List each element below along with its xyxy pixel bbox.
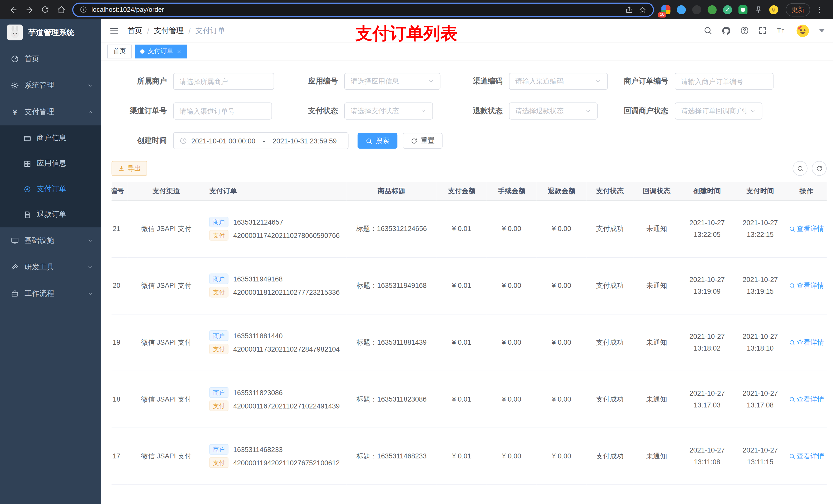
tab-pay-order[interactable]: 支付订单 (135, 44, 187, 58)
search-icon (789, 339, 795, 345)
extension-icon[interactable]: 10 (661, 5, 670, 14)
sidebar-item-infra[interactable]: 基础设施 (0, 227, 101, 254)
star-icon (639, 6, 646, 14)
channel-order-no-field[interactable] (180, 107, 266, 115)
col-header-notify: 回调状态 (633, 182, 680, 200)
profile-avatar-icon[interactable] (769, 5, 778, 14)
font-size-button[interactable]: TT (776, 26, 786, 35)
breadcrumb-payment[interactable]: 支付管理 (154, 26, 184, 35)
sidebar-item-label: 支付订单 (37, 184, 94, 194)
pay-order-cell: 商户1635312124657 支付4200001174202110278060… (205, 200, 347, 257)
browser-reload-button[interactable] (37, 2, 53, 18)
sidebar-item-pay-order[interactable]: 支付订单 (0, 176, 101, 202)
pay-order-cell: 商户1635311415786 (205, 484, 347, 504)
search-button[interactable]: 搜索 (358, 133, 398, 149)
sidebar-item-refund-order[interactable]: 退款订单 (0, 202, 101, 227)
extension-icon[interactable] (677, 5, 686, 14)
merchant-input[interactable] (173, 73, 274, 90)
channel-order-no-input[interactable] (173, 102, 272, 119)
merchant-order-no: 1635311949168 (233, 275, 283, 283)
tab-home[interactable]: 首页 (107, 44, 132, 58)
sidebar-item-home[interactable]: 首页 (0, 46, 101, 72)
extension-icon[interactable] (708, 5, 717, 14)
sidebar-item-system[interactable]: 系统管理 (0, 72, 101, 99)
site-info-icon[interactable] (80, 6, 87, 13)
pay-order-cell: 商户1635311881440 支付4200001173202110272847… (205, 314, 347, 371)
reset-button[interactable]: 重置 (403, 133, 443, 149)
chevron-down-icon (585, 108, 591, 114)
share-button[interactable] (625, 6, 633, 14)
sidebar-item-payment[interactable]: ¥ 支付管理 (0, 99, 101, 125)
view-detail-link[interactable]: 查看详情 (789, 338, 824, 347)
download-icon (118, 165, 125, 172)
browser-update-button[interactable]: 更新 (786, 3, 810, 16)
extension-icon[interactable] (738, 5, 747, 14)
avatar-emoji-icon (795, 23, 810, 38)
goods-title: 标题：1635311949168 (346, 257, 437, 314)
pay-amount: ¥ 0.01 (437, 314, 487, 371)
bookmark-button[interactable] (639, 6, 646, 14)
date-separator: - (263, 137, 265, 145)
refresh-table-button[interactable] (812, 161, 827, 176)
help-button[interactable] (740, 26, 749, 35)
arrow-right-icon (25, 5, 33, 14)
toggle-search-button[interactable] (792, 161, 807, 176)
breadcrumb: 首页 / 支付管理 / 支付订单 (127, 26, 225, 35)
col-header-title: 商品标题 (346, 182, 437, 200)
search-icon (789, 396, 795, 402)
date-range-picker[interactable]: 2021-10-01 00:00:00 - 2021-10-31 23:59:5… (173, 132, 348, 149)
select-placeholder: 请选择应用信息 (351, 77, 424, 86)
address-bar[interactable]: localhost:1024/pay/order (72, 2, 654, 17)
sidebar-item-app-info[interactable]: 应用信息 (0, 151, 101, 176)
breadcrumb-home[interactable]: 首页 (127, 26, 142, 35)
order-id: 17 (113, 452, 120, 460)
browser-home-button[interactable] (53, 2, 69, 18)
channel-code-select[interactable]: 请输入渠道编码 (509, 73, 608, 90)
header-search-button[interactable] (704, 26, 712, 35)
monitor-icon (10, 236, 19, 245)
view-detail-link[interactable]: 查看详情 (789, 281, 824, 290)
pay-status-select[interactable]: 请选择支付状态 (344, 102, 433, 119)
merchant-order-no-input[interactable] (675, 73, 774, 90)
share-icon (625, 6, 633, 14)
table-row: 19 微信 JSAPI 支付 商户1635311881440 支付4200001… (112, 314, 827, 371)
merchant-order-no-field[interactable] (681, 77, 767, 85)
notify-status-select[interactable]: 请选择订单回调商户状态 (675, 102, 762, 119)
browser-forward-button[interactable] (21, 2, 37, 18)
sidebar-item-merchant-info[interactable]: 商户信息 (0, 125, 101, 151)
tab-label: 首页 (113, 47, 126, 56)
close-icon[interactable] (176, 49, 182, 54)
pay-tag: 支付 (209, 287, 229, 297)
export-button[interactable]: 导出 (112, 161, 147, 176)
merchant-order-no: 1635311468233 (233, 446, 283, 453)
extension-icon[interactable] (692, 5, 701, 14)
pin-icon[interactable] (754, 5, 763, 14)
select-placeholder: 请选择订单回调商户状态 (681, 106, 746, 116)
col-header-actions: 操作 (786, 182, 827, 200)
view-detail-link[interactable]: 查看详情 (789, 394, 824, 404)
chevron-down-icon (420, 108, 427, 114)
chevron-down-icon (749, 108, 756, 114)
github-button[interactable] (721, 26, 731, 35)
fullscreen-button[interactable] (758, 26, 767, 35)
refund-status-select[interactable]: 请选择退款状态 (509, 102, 598, 119)
merchant-tag: 商户 (209, 217, 229, 227)
view-detail-link[interactable]: 查看详情 (789, 224, 824, 233)
merchant-input-field[interactable] (180, 77, 268, 85)
github-icon (721, 26, 731, 35)
goods-title: 标题：1635311881439 (346, 314, 437, 371)
avatar-dropdown-caret[interactable] (819, 29, 825, 32)
browser-menu-button[interactable]: ⋮ (815, 5, 824, 14)
browser-back-button[interactable] (5, 2, 21, 18)
view-detail-link[interactable]: 查看详情 (789, 451, 824, 461)
url-text: localhost:1024/pay/order (91, 6, 164, 13)
vue-devtools-icon[interactable] (723, 5, 732, 14)
sidebar-item-devtools[interactable]: 研发工具 (0, 254, 101, 281)
pay-status: 支付成功 (587, 371, 634, 428)
collapse-sidebar-button[interactable] (110, 26, 119, 35)
user-avatar[interactable] (795, 23, 810, 38)
app-select[interactable]: 请选择应用信息 (344, 73, 440, 90)
refund-amount: ¥ 0.00 (537, 428, 587, 484)
sidebar-item-workflow[interactable]: 工作流程 (0, 281, 101, 307)
created-time: 2021-10-2713:11:08 (680, 428, 734, 484)
